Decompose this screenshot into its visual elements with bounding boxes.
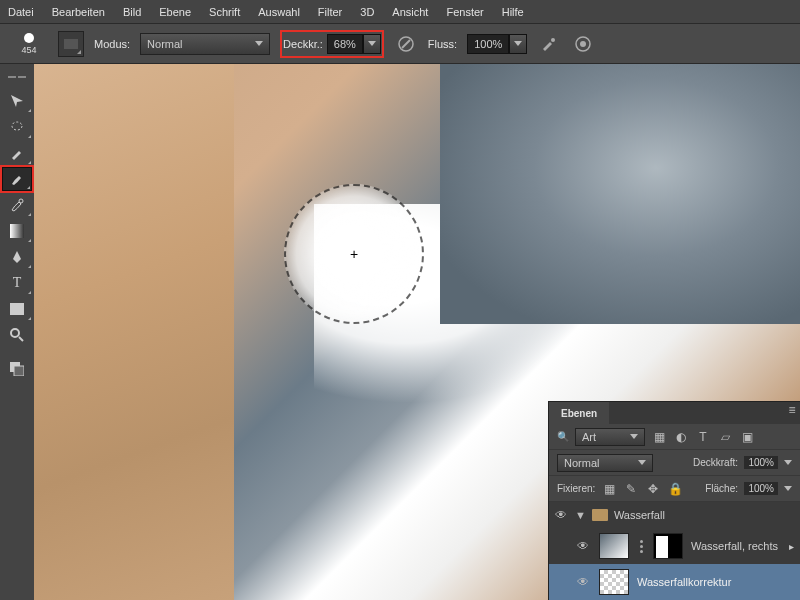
blend-mode-value: Normal	[147, 38, 182, 50]
layer-list: 👁 ▼ Wasserfall 👁 Wasserfall, rechts ▸ 👁 …	[549, 502, 800, 600]
chevron-down-icon[interactable]	[784, 460, 792, 465]
layer-row-selected[interactable]: 👁 Wasserfallkorrektur	[549, 564, 800, 600]
lock-position-icon[interactable]: ✥	[645, 481, 661, 497]
layer-thumb[interactable]	[599, 533, 629, 559]
layer-opacity-label: Deckkraft:	[693, 457, 738, 468]
layer-group-row[interactable]: 👁 ▼ Wasserfall	[549, 502, 800, 528]
pen-tool[interactable]	[2, 245, 32, 269]
layer-filter-select[interactable]: Art	[575, 428, 645, 446]
visibility-icon[interactable]: 👁	[555, 508, 569, 522]
chevron-down-icon	[630, 434, 638, 439]
layer-blend-select[interactable]: Normal	[557, 454, 653, 472]
airbrush-icon[interactable]	[537, 32, 561, 56]
fill-label: Fläche:	[705, 483, 738, 494]
flow-label: Fluss:	[428, 38, 457, 50]
lock-paint-icon[interactable]: ✎	[623, 481, 639, 497]
menu-edit[interactable]: Bearbeiten	[52, 6, 105, 18]
filter-value: Art	[582, 431, 596, 443]
filter-image-icon[interactable]: ▦	[651, 429, 667, 445]
brush-cursor	[284, 184, 424, 324]
layers-panel: Ebenen ≡ 🔍 Art ▦ ◐ T ▱ ▣ Normal Deckkraf…	[548, 401, 800, 600]
brush-preset-picker[interactable]: 454	[10, 33, 48, 55]
edit-mode-toggle[interactable]	[2, 357, 32, 381]
opacity-highlight: Deckkr.: 68%	[280, 30, 384, 58]
lasso-tool[interactable]	[2, 115, 32, 139]
menu-layer[interactable]: Ebene	[159, 6, 191, 18]
menu-file[interactable]: Datei	[8, 6, 34, 18]
fill-value[interactable]: 100%	[744, 482, 778, 495]
lock-all-icon[interactable]: 🔒	[667, 481, 683, 497]
layer-fx-icon[interactable]: ▸	[789, 541, 794, 552]
move-tool[interactable]	[2, 89, 32, 113]
opacity-dropdown[interactable]	[363, 34, 381, 54]
chevron-down-icon	[638, 460, 646, 465]
layer-name[interactable]: Wasserfall, rechts	[691, 540, 778, 552]
pressure-size-icon[interactable]	[571, 32, 595, 56]
svg-point-1	[551, 38, 555, 42]
mask-thumb[interactable]	[653, 533, 683, 559]
disclosure-icon[interactable]: ▼	[575, 509, 586, 521]
visibility-icon[interactable]: 👁	[577, 575, 591, 589]
tools-panel: T	[0, 64, 34, 600]
layer-row[interactable]: 👁 Wasserfall, rechts ▸	[549, 528, 800, 564]
panel-grip[interactable]	[0, 70, 34, 84]
flow-value: 100%	[467, 34, 509, 54]
flow-input[interactable]: 100%	[467, 33, 527, 55]
svg-point-8	[11, 329, 19, 337]
brush-preview-icon	[24, 33, 34, 43]
menu-bar: Datei Bearbeiten Bild Ebene Schrift Ausw…	[0, 0, 800, 24]
menu-3d[interactable]: 3D	[360, 6, 374, 18]
layers-tab[interactable]: Ebenen	[549, 402, 609, 424]
panel-menu-icon[interactable]: ≡	[784, 402, 800, 418]
svg-point-3	[580, 41, 586, 47]
opacity-value: 68%	[327, 34, 363, 54]
opacity-label: Deckkr.:	[283, 38, 323, 50]
layer-blend-value: Normal	[564, 457, 599, 469]
filter-adjust-icon[interactable]: ◐	[673, 429, 689, 445]
zoom-tool[interactable]	[2, 323, 32, 347]
layer-name[interactable]: Wasserfallkorrektur	[637, 576, 731, 588]
brush-tool[interactable]	[2, 167, 32, 191]
filter-type-icon[interactable]: T	[695, 429, 711, 445]
svg-rect-11	[14, 366, 24, 376]
brush-panel-toggle[interactable]	[58, 31, 84, 57]
menu-help[interactable]: Hilfe	[502, 6, 524, 18]
options-bar: 454 Modus: Normal Deckkr.: 68% Fluss: 10…	[0, 24, 800, 64]
lock-label: Fixieren:	[557, 483, 595, 494]
menu-filter[interactable]: Filter	[318, 6, 342, 18]
svg-rect-7	[10, 303, 24, 315]
lock-pixels-icon[interactable]: ▦	[601, 481, 617, 497]
filter-smart-icon[interactable]: ▣	[739, 429, 755, 445]
menu-select[interactable]: Auswahl	[258, 6, 300, 18]
filter-shape-icon[interactable]: ▱	[717, 429, 733, 445]
opacity-input[interactable]: 68%	[327, 33, 381, 55]
layer-thumb[interactable]	[599, 569, 629, 595]
gradient-tool[interactable]	[2, 219, 32, 243]
mode-label: Modus:	[94, 38, 130, 50]
eyedropper-tool[interactable]	[2, 141, 32, 165]
group-name[interactable]: Wasserfall	[614, 509, 665, 521]
flow-dropdown[interactable]	[509, 34, 527, 54]
type-tool[interactable]: T	[2, 271, 32, 295]
chevron-down-icon	[255, 41, 263, 46]
chevron-down-icon[interactable]	[784, 486, 792, 491]
link-icon	[637, 540, 645, 553]
svg-rect-6	[10, 224, 24, 238]
history-brush-tool[interactable]	[2, 193, 32, 217]
menu-type[interactable]: Schrift	[209, 6, 240, 18]
layer-opacity-value[interactable]: 100%	[744, 456, 778, 469]
svg-line-9	[19, 337, 23, 341]
visibility-icon[interactable]: 👁	[577, 539, 591, 553]
menu-view[interactable]: Ansicht	[392, 6, 428, 18]
svg-point-4	[12, 122, 22, 130]
svg-point-5	[19, 199, 23, 203]
blend-mode-select[interactable]: Normal	[140, 33, 270, 55]
rectangle-tool[interactable]	[2, 297, 32, 321]
folder-icon	[592, 509, 608, 521]
brush-size-value: 454	[21, 45, 36, 55]
menu-image[interactable]: Bild	[123, 6, 141, 18]
chevron-down-icon	[514, 41, 522, 46]
pressure-opacity-icon[interactable]	[394, 32, 418, 56]
menu-window[interactable]: Fenster	[446, 6, 483, 18]
chevron-down-icon	[368, 41, 376, 46]
